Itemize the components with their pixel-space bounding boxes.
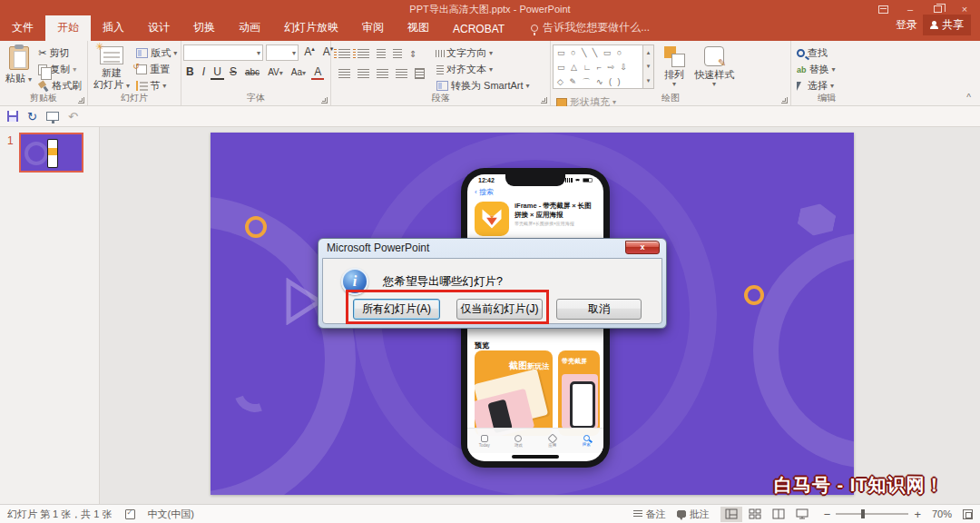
- numbering-icon[interactable]: [358, 49, 369, 58]
- group-editing: 查找 ab替换▾ 选择▾ 编辑: [791, 41, 862, 105]
- start-slideshow-button[interactable]: [46, 112, 59, 121]
- bullets-icon[interactable]: [338, 49, 350, 58]
- text-direction-button[interactable]: 文字方向▾: [436, 46, 529, 60]
- paste-button[interactable]: 粘贴 ▾: [2, 44, 35, 94]
- save-button[interactable]: [7, 111, 18, 122]
- share-button[interactable]: 共享: [923, 15, 971, 35]
- tab-design[interactable]: 设计: [136, 15, 181, 41]
- normal-view-button[interactable]: [720, 507, 742, 522]
- undo-button[interactable]: ↶: [68, 111, 78, 123]
- grow-font-button[interactable]: A▴: [301, 45, 318, 58]
- shapes-gallery[interactable]: ▭ ○ ╲ ╲ ▭ ○ ▭ △ ∟ ⌐ ⇨ ⇩ ◇ ✎ ⌒ ∿ ( ): [553, 44, 643, 89]
- comments-button[interactable]: 批注: [677, 508, 710, 521]
- zoom-percentage[interactable]: 70%: [932, 508, 952, 519]
- redo-button[interactable]: ↻: [27, 111, 37, 123]
- spellcheck-icon[interactable]: [125, 509, 135, 519]
- tab-today[interactable]: Today: [467, 429, 502, 453]
- character-spacing-button[interactable]: AV▾: [265, 67, 286, 77]
- format-painter-button[interactable]: 格式刷: [38, 79, 82, 93]
- strikethrough-button[interactable]: S: [227, 65, 240, 78]
- font-size-dropdown: ▾: [292, 49, 296, 57]
- phone-status-icons: [565, 178, 593, 183]
- zoom-slider[interactable]: [836, 513, 908, 515]
- collapse-ribbon-button[interactable]: ^: [966, 93, 971, 103]
- columns-icon[interactable]: [415, 68, 425, 79]
- tab-review[interactable]: 审阅: [350, 15, 396, 41]
- justify-icon[interactable]: [396, 69, 407, 78]
- tab-search[interactable]: 搜索: [570, 429, 604, 453]
- tab-home[interactable]: 开始: [45, 15, 91, 41]
- slide-thumbnail-1[interactable]: [19, 133, 83, 173]
- underline-button[interactable]: U: [211, 65, 224, 80]
- fit-slide-to-window-button[interactable]: [963, 509, 973, 519]
- slideshow-icon: [796, 508, 808, 519]
- tab-apps[interactable]: 应用: [535, 429, 570, 453]
- cancel-button[interactable]: 取消: [556, 299, 642, 320]
- font-size-combo[interactable]: ▾: [266, 44, 299, 61]
- clipboard-dialog-launcher[interactable]: [78, 97, 84, 104]
- reading-view-button[interactable]: [768, 507, 789, 522]
- replace-button[interactable]: ab替换▾: [797, 63, 836, 76]
- convert-smartart-button[interactable]: 转换为 SmartArt▾: [436, 79, 529, 93]
- ribbon-display-options-button[interactable]: [871, 1, 895, 17]
- tab-view[interactable]: 视图: [396, 15, 441, 41]
- line-spacing-icon[interactable]: ⇕: [409, 49, 416, 59]
- increase-indent-icon[interactable]: [393, 49, 402, 58]
- align-left-icon[interactable]: [338, 69, 350, 78]
- copy-icon: [38, 64, 47, 75]
- character-spacing-dropdown: ▾: [279, 69, 283, 77]
- zoom-out-button[interactable]: −: [824, 508, 831, 521]
- layout-button[interactable]: 版式▾: [136, 46, 177, 60]
- replace-label: 替换: [809, 63, 829, 76]
- reset-button[interactable]: 重置: [136, 63, 177, 76]
- quick-styles-button[interactable]: 快速样式 ▾: [691, 44, 738, 94]
- arrange-button[interactable]: 排列 ▾: [661, 44, 688, 94]
- language-indicator[interactable]: 中文(中国): [148, 508, 194, 521]
- iframe-app-icon: [475, 202, 509, 236]
- paragraph-dialog-launcher[interactable]: [541, 97, 547, 104]
- align-text-button[interactable]: 对齐文本▾: [436, 63, 529, 76]
- group-label-editing: 编辑: [791, 92, 862, 104]
- shapes-scroll-up[interactable]: ▴: [647, 49, 651, 56]
- font-color-button[interactable]: A: [311, 65, 324, 80]
- shapes-gallery-scroll[interactable]: ▴ ▾ ▾: [643, 44, 654, 89]
- zoom-in-button[interactable]: +: [914, 508, 921, 521]
- tab-games[interactable]: 游戏: [502, 429, 536, 453]
- tab-insert[interactable]: 插入: [91, 15, 136, 41]
- tab-animations[interactable]: 动画: [227, 15, 272, 41]
- new-slide-button[interactable]: 新建 幻灯片 ▾: [90, 44, 133, 94]
- decrease-indent-icon[interactable]: [377, 49, 386, 58]
- shapes-scroll-down[interactable]: ▾: [647, 63, 651, 70]
- tab-slideshow[interactable]: 幻灯片放映: [272, 15, 350, 41]
- zoom-slider-thumb[interactable]: [861, 509, 865, 518]
- slide-sorter-view-button[interactable]: [744, 507, 766, 522]
- italic-button[interactable]: I: [200, 65, 208, 78]
- slideshow-view-button[interactable]: [791, 507, 813, 522]
- font-name-combo[interactable]: ▾: [183, 44, 263, 61]
- section-button[interactable]: 节▾: [136, 79, 177, 93]
- copy-button[interactable]: 复制▾: [38, 63, 82, 76]
- align-right-icon[interactable]: [377, 69, 388, 78]
- select-button[interactable]: 选择▾: [797, 79, 836, 93]
- replace-dropdown: ▾: [832, 65, 836, 74]
- dialog-close-button[interactable]: x: [625, 241, 660, 254]
- font-dialog-launcher[interactable]: [321, 97, 328, 104]
- cut-button[interactable]: ✂剪切: [38, 46, 82, 60]
- change-case-button[interactable]: Aa▾: [289, 67, 309, 77]
- shapes-more[interactable]: ▾: [647, 77, 651, 84]
- bold-button[interactable]: B: [183, 65, 197, 78]
- preview-screenshots: 截图新玩法 带壳截屏: [475, 350, 600, 436]
- tab-acrobat[interactable]: ACROBAT: [441, 18, 516, 41]
- tab-file[interactable]: 文件: [0, 15, 45, 41]
- sign-in-button[interactable]: 登录: [896, 17, 917, 33]
- notes-button[interactable]: 备注: [633, 508, 666, 521]
- clear-formatting-button[interactable]: abc: [242, 67, 262, 77]
- dialog-title: Microsoft PowerPoint: [318, 239, 666, 254]
- drawing-dialog-launcher[interactable]: [781, 97, 788, 104]
- arrange-dropdown: ▾: [672, 80, 676, 88]
- tell-me-box[interactable]: 告诉我您想要做什么...: [516, 15, 659, 41]
- align-center-icon[interactable]: [358, 69, 369, 78]
- select-dropdown: ▾: [830, 82, 834, 90]
- find-button[interactable]: 查找: [797, 46, 836, 60]
- tab-transitions[interactable]: 切换: [181, 15, 227, 41]
